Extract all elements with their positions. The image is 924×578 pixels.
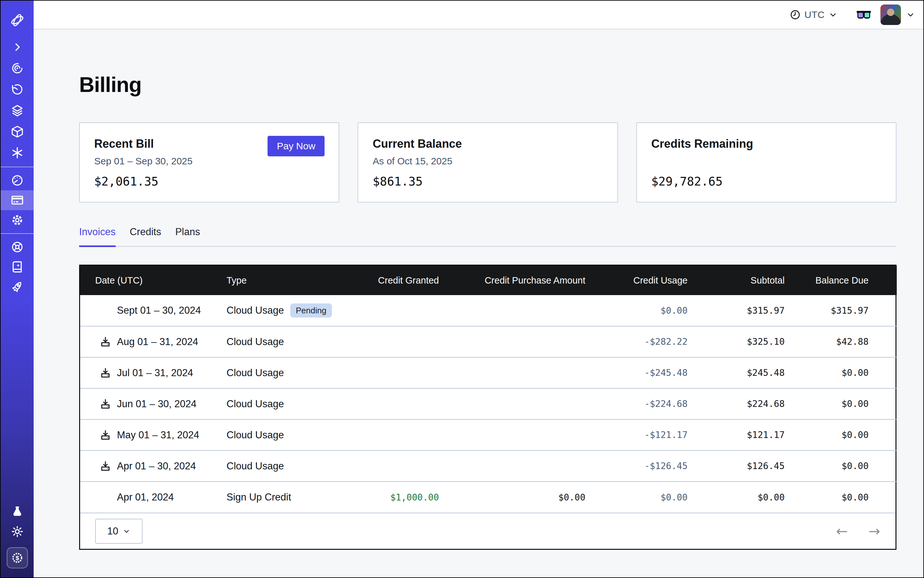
credit-purchase-value: [439, 326, 585, 357]
avatar[interactable]: [880, 5, 901, 25]
subtotal-value: $315.97: [688, 295, 784, 326]
summary-cards: Recent Bill Sep 01 – Sep 30, 2025 $2,061…: [79, 122, 896, 203]
logo-orbit-icon[interactable]: [10, 13, 25, 28]
pay-now-button[interactable]: Pay Now: [268, 136, 325, 156]
subtotal-value: $0.00: [688, 482, 784, 513]
sidebar-item-settings[interactable]: [1, 210, 34, 230]
credit-purchase-value: [439, 295, 585, 326]
current-balance-amount: $861.35: [373, 175, 422, 188]
download-invoice-button[interactable]: [99, 460, 112, 472]
table-row: Sept 01 – 30, 2024Cloud UsagePending$0.0…: [80, 295, 897, 326]
app-window: $ UTC: [0, 0, 924, 578]
column-header-balance-due: Balance Due: [784, 266, 897, 295]
invoice-type: Cloud Usage: [227, 367, 284, 379]
invoice-date: Apr 01, 2024: [117, 492, 174, 503]
sidebar-item-usage[interactable]: [1, 170, 34, 190]
helm-icon: [11, 240, 24, 254]
credit-usage-value: -$245.48: [585, 357, 688, 388]
column-header-credit-purchase: Credit Purchase Amount: [439, 266, 585, 295]
timezone-label: UTC: [804, 9, 825, 20]
table-row: Jun 01 – 30, 2024Cloud Usage-$224.68$224…: [80, 388, 897, 419]
balance-due-value: $0.00: [784, 388, 897, 419]
glasses-icon[interactable]: [856, 8, 872, 21]
sidebar-item-labs[interactable]: [1, 502, 34, 521]
current-balance-card: Current Balance As of Oct 15, 2025 $861.…: [357, 122, 618, 203]
column-header-type: Type: [226, 266, 369, 295]
page-size-select[interactable]: 10: [95, 519, 143, 544]
recent-bill-amount: $2,061.35: [94, 175, 158, 188]
credit-card-icon: [11, 193, 24, 207]
arrow-right-icon next-page-button[interactable]: →: [868, 524, 880, 538]
sidebar-divider: [1, 167, 34, 167]
clock-icon: [790, 9, 801, 20]
credits-remaining-amount: $29,782.65: [651, 175, 723, 188]
column-header-date: Date (UTC): [80, 266, 226, 295]
balance-due-value: $315.97: [784, 295, 897, 326]
pending-badge: Pending: [290, 304, 331, 318]
credit-purchase-value: [439, 450, 585, 482]
billing-tabs: Invoices Credits Plans: [79, 226, 896, 247]
credits-button[interactable]: $: [7, 547, 28, 568]
rocket-icon: [11, 280, 24, 294]
table-footer: 10 ← →: [80, 513, 895, 549]
invoice-type: Cloud Usage: [227, 305, 284, 316]
book-sparkle-icon: [11, 260, 24, 274]
download-invoice-button[interactable]: [99, 336, 112, 348]
credit-usage-value: -$121.17: [585, 419, 688, 450]
column-header-subtotal: Subtotal: [688, 266, 784, 295]
topbar: UTC: [34, 1, 923, 29]
invoice-date: Jul 01 – 31, 2024: [117, 367, 193, 378]
credit-granted-value: [369, 419, 439, 450]
sidebar-item-functions[interactable]: [1, 142, 34, 163]
credit-usage-value: $0.00: [585, 482, 688, 513]
table-row: Apr 01 – 30, 2024Cloud Usage-$126.45$126…: [80, 450, 897, 482]
sidebar-item-observe[interactable]: [1, 58, 34, 79]
credit-granted-value: [369, 295, 439, 326]
tab-plans[interactable]: Plans: [175, 226, 200, 246]
balance-due-value: $0.00: [784, 482, 897, 513]
arrow-left-icon prev-page-button[interactable]: ←: [836, 524, 848, 538]
download-invoice-button[interactable]: [99, 398, 112, 410]
sidebar-item-billing[interactable]: [1, 190, 34, 210]
billing-period: Sep 01 – Sep 30, 2025: [94, 156, 324, 167]
subtotal-value: $126.45: [688, 450, 784, 482]
tab-invoices[interactable]: Invoices: [79, 226, 116, 246]
sidebar-item-getting-started[interactable]: [1, 277, 34, 297]
chevron-right-icon: [11, 41, 24, 54]
credit-usage-value: -$224.68: [585, 388, 688, 419]
credits-remaining-card: Credits Remaining $29,782.65: [636, 122, 896, 203]
credit-granted-value: [369, 388, 439, 419]
invoice-date: Jun 01 – 30, 2024: [117, 398, 196, 409]
recent-bill-card: Recent Bill Sep 01 – Sep 30, 2025 $2,061…: [79, 122, 339, 203]
download-invoice-button[interactable]: [99, 429, 112, 441]
sidebar-item-history[interactable]: [1, 79, 34, 100]
sidebar-item-help-center[interactable]: [1, 237, 34, 257]
balance-due-value: $42.88: [784, 326, 897, 357]
gauge-icon: [11, 174, 24, 187]
chevron-down-icon[interactable]: [906, 10, 915, 19]
tab-credits[interactable]: Credits: [130, 226, 161, 246]
credit-purchase-value: [439, 419, 585, 450]
subtotal-value: $325.10: [688, 326, 784, 357]
sidebar-item-expand[interactable]: [1, 37, 34, 58]
cube-icon: [11, 125, 24, 138]
timezone-selector[interactable]: UTC: [790, 9, 838, 20]
sidebar-item-packages[interactable]: [1, 121, 34, 142]
sidebar-item-theme[interactable]: [1, 521, 34, 541]
subtotal-value: $245.48: [688, 357, 784, 388]
credit-granted-value: $1,000.00: [369, 482, 439, 513]
asterisk-icon: [11, 146, 24, 159]
chevron-down-icon: [828, 10, 838, 19]
chevron-down-icon: [123, 528, 130, 535]
sidebar-item-layers[interactable]: [1, 100, 34, 121]
layers-icon: [11, 104, 24, 117]
card-title: Current Balance: [373, 137, 602, 151]
download-invoice-button[interactable]: [99, 367, 112, 379]
credit-purchase-value: [439, 357, 585, 388]
credit-usage-value: -$282.22: [585, 326, 688, 357]
sidebar-item-docs[interactable]: [1, 257, 34, 277]
balance-due-value: $0.00: [784, 419, 897, 450]
svg-text:$: $: [15, 555, 19, 561]
column-header-credit-usage: Credit Usage: [585, 266, 688, 295]
card-title: Credits Remaining: [651, 137, 882, 151]
